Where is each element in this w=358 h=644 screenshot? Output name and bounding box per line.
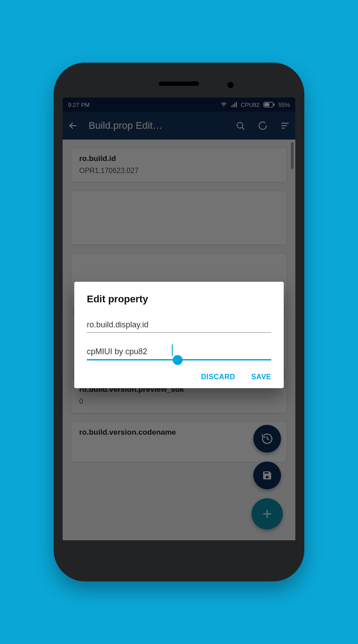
- cursor-handle[interactable]: [173, 355, 183, 365]
- phone-frame: 9:27 PM CPU82: [54, 63, 304, 581]
- phone-speaker: [159, 81, 199, 86]
- dialog-actions: DISCARD SAVE: [87, 373, 271, 381]
- edit-property-dialog: Edit property DISCARD SAVE: [74, 282, 284, 388]
- property-key-field[interactable]: [87, 318, 271, 333]
- save-button[interactable]: SAVE: [251, 373, 271, 381]
- property-key-input[interactable]: [87, 318, 271, 332]
- phone-camera: [227, 82, 234, 88]
- discard-button[interactable]: DISCARD: [201, 373, 235, 381]
- dialog-title: Edit property: [87, 293, 271, 305]
- text-caret: [172, 344, 173, 356]
- property-value-field[interactable]: [87, 345, 271, 360]
- underline: [87, 332, 271, 333]
- screen: 9:27 PM CPU82: [63, 97, 295, 540]
